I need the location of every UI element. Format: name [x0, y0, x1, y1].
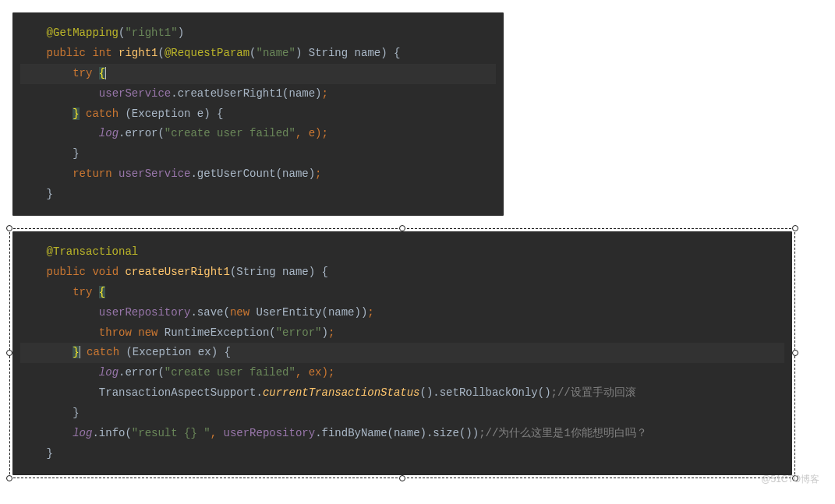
ctor-runtimeexception: RuntimeException( — [157, 326, 275, 339]
field-userService: userService — [119, 167, 190, 180]
field-userRepository: userRepository — [99, 306, 191, 319]
code-block-1: @GetMapping("right1") public int right1(… — [12, 12, 504, 216]
static-call-cts: currentTransactionStatus — [263, 386, 420, 399]
caret-icon — [80, 346, 80, 358]
ctor-userentity: UserEntity(name)) — [249, 306, 367, 319]
method-name-createUserRight1: createUserRight1 — [125, 266, 229, 278]
resize-handle-s[interactable] — [399, 475, 405, 481]
field-userService: userService — [99, 87, 171, 100]
keyword-new: new — [230, 306, 249, 319]
string-literal: "create user failed" — [165, 127, 295, 139]
rte-tail: ) — [322, 326, 328, 339]
field-userRepository: userRepository — [224, 427, 316, 439]
string-literal: "result {} " — [132, 427, 211, 439]
keyword-catch: catch — [87, 346, 119, 358]
string-literal: "name" — [257, 47, 295, 59]
call-setRollbackOnly: ().setRollbackOnly() — [420, 386, 551, 399]
resize-handle-sw[interactable] — [6, 475, 12, 481]
field-log: log — [99, 366, 119, 379]
call-save-pre: .save( — [190, 306, 229, 319]
selection-wrapper[interactable]: @Transactional public void createUserRig… — [12, 231, 792, 475]
brace-open-hl: { — [99, 67, 105, 79]
keyword-try: try — [73, 286, 92, 298]
call-findByName: .findByName(name).size()) — [315, 427, 479, 439]
watermark: @51CTO博客 — [761, 473, 819, 486]
keyword-return: return — [73, 167, 111, 180]
call-getUserCount: .getUserCount(name) — [190, 167, 315, 180]
call-createUserRight1: .createUserRight1(name) — [171, 87, 321, 100]
keyword-public: public — [47, 47, 86, 59]
string-literal: "error" — [276, 326, 322, 339]
keyword-new: new — [138, 326, 157, 339]
type-string: String — [309, 47, 348, 59]
resize-handle-w[interactable] — [6, 350, 12, 356]
comment-rollback: ;//设置手动回滚 — [551, 386, 636, 399]
error-tail: , e) — [295, 127, 322, 139]
brace-close-hl: } — [73, 107, 79, 120]
call-error: .error( — [119, 127, 165, 139]
annotation-transactional: @Transactional — [47, 245, 139, 258]
keyword-void: void — [92, 266, 119, 278]
resize-handle-n[interactable] — [399, 225, 405, 231]
info-mid: , — [211, 427, 224, 439]
keyword-public: public — [47, 266, 86, 278]
keyword-int: int — [92, 47, 111, 59]
method-signature-tail: (String name) { — [230, 266, 328, 278]
caret-icon — [105, 67, 106, 79]
resize-handle-ne[interactable] — [792, 225, 798, 231]
highlighted-line: try { — [20, 64, 496, 84]
method-name-right1: right1 — [119, 47, 157, 59]
keyword-catch: catch — [86, 107, 119, 120]
param-name: name — [355, 47, 381, 59]
brace-close-hl: } — [73, 346, 79, 358]
string-literal: "create user failed" — [165, 366, 295, 379]
call-info: .info( — [92, 427, 131, 439]
call-error: .error( — [119, 366, 165, 379]
annotation-getmapping: @GetMapping — [47, 26, 119, 39]
keyword-throw: throw — [99, 326, 132, 339]
keyword-try: try — [73, 67, 92, 79]
error-tail: , ex) — [295, 366, 328, 379]
comment-why1: ;//为什么这里是1你能想明白吗？ — [479, 427, 647, 439]
field-log: log — [99, 127, 119, 139]
code-block-2: @Transactional public void createUserRig… — [12, 231, 792, 475]
class-tas: TransactionAspectSupport. — [99, 386, 263, 399]
resize-handle-e[interactable] — [792, 350, 798, 356]
field-log: log — [73, 427, 92, 439]
string-literal: "right1" — [125, 26, 177, 39]
annotation-requestparam: @RequestParam — [165, 47, 249, 59]
catch-signature: (Exception e) { — [125, 107, 223, 120]
resize-handle-nw[interactable] — [6, 225, 12, 231]
catch-signature: (Exception ex) { — [126, 346, 230, 358]
brace-open-hl: { — [99, 286, 105, 298]
highlighted-line: } catch (Exception ex) { — [20, 343, 784, 363]
